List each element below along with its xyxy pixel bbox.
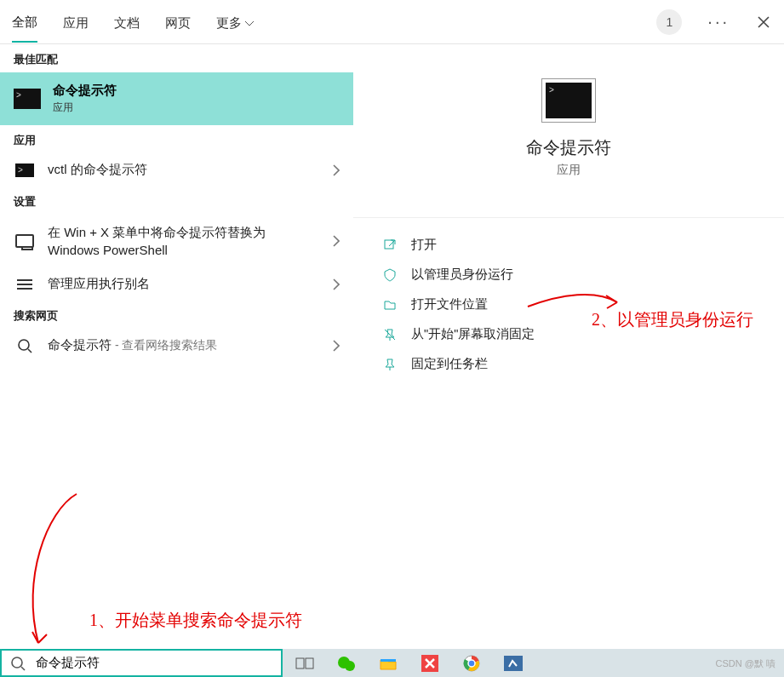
best-match-result[interactable]: 命令提示符 应用 [0, 72, 353, 125]
preview-subtitle: 应用 [557, 163, 581, 178]
setting-winx-powershell[interactable]: 在 Win + X 菜单中将命令提示符替换为 Windows PowerShel… [0, 215, 353, 267]
monitor-icon [15, 234, 34, 248]
taskbar-taskview-icon[interactable] [295, 653, 315, 674]
chevron-right-icon [333, 278, 340, 290]
results-panel: 最佳匹配 命令提示符 应用 应用 vctl 的命令提示符 设置 在 Win + … [0, 44, 353, 649]
cmd-icon [15, 164, 34, 177]
search-box[interactable] [0, 649, 283, 677]
svg-line-1 [28, 349, 31, 353]
taskbar-explorer-icon[interactable] [378, 653, 398, 674]
taskbar-app2-icon[interactable] [503, 653, 524, 674]
svg-rect-13 [504, 656, 523, 671]
taskbar-wechat-icon[interactable] [336, 653, 357, 674]
svg-point-0 [19, 340, 29, 350]
action-label: 以管理员身份运行 [411, 267, 513, 283]
chevron-down-icon [245, 21, 254, 26]
preview-app-icon [541, 78, 596, 123]
setting-label: 管理应用执行别名 [48, 276, 321, 292]
search-input[interactable] [34, 655, 272, 671]
taskbar-app-icon[interactable] [420, 653, 440, 674]
tab-web[interactable]: 网页 [165, 2, 191, 42]
preview-actions: 打开 以管理员身份运行 打开文件位置 从"开始"屏幕取消固定 固定到任务栏 [353, 217, 784, 379]
watermark: CSDN @默 嘖 [716, 657, 775, 670]
unpin-icon [382, 328, 398, 341]
list-icon [17, 279, 32, 290]
best-match-subtitle: 应用 [53, 100, 117, 115]
action-label: 打开文件位置 [411, 296, 488, 313]
action-open[interactable]: 打开 [353, 230, 784, 260]
shield-icon [382, 268, 398, 282]
app-result-vctl-cmd[interactable]: vctl 的命令提示符 [0, 153, 353, 186]
svg-point-12 [468, 660, 475, 667]
chevron-right-icon [333, 164, 340, 176]
section-bestmatch: 最佳匹配 [0, 44, 353, 72]
svg-rect-5 [306, 658, 313, 668]
tab-more[interactable]: 更多 [216, 2, 254, 42]
action-label: 固定到任务栏 [411, 356, 488, 372]
section-apps: 应用 [0, 125, 353, 153]
search-icon [14, 338, 36, 353]
svg-rect-8 [381, 659, 396, 662]
web-result-label: 命令提示符 - 查看网络搜索结果 [48, 337, 321, 353]
tab-apps[interactable]: 应用 [63, 2, 89, 42]
app-result-label: vctl 的命令提示符 [48, 162, 321, 178]
action-label: 从"开始"屏幕取消固定 [411, 326, 535, 342]
pin-icon [382, 358, 398, 371]
open-icon [382, 238, 398, 252]
section-settings: 设置 [0, 186, 353, 215]
svg-rect-2 [385, 240, 393, 249]
more-options-icon[interactable]: ··· [707, 12, 730, 32]
chevron-right-icon [333, 235, 340, 247]
preview-panel: 命令提示符 应用 打开 以管理员身份运行 打开文件位置 从"开始"屏幕取消固定 … [353, 44, 784, 649]
top-tab-bar: 全部 应用 文档 网页 更多 1 ··· [0, 0, 784, 44]
tab-docs[interactable]: 文档 [114, 2, 140, 42]
svg-point-14 [12, 657, 22, 668]
chevron-right-icon [333, 340, 340, 352]
results-counter-badge[interactable]: 1 [656, 9, 682, 35]
action-run-as-admin[interactable]: 以管理员身份运行 [353, 260, 784, 290]
action-label: 打开 [411, 237, 437, 253]
tab-more-label: 更多 [216, 15, 242, 32]
preview-title: 命令提示符 [526, 136, 611, 159]
web-result-cmd[interactable]: 命令提示符 - 查看网络搜索结果 [0, 329, 353, 362]
tab-all[interactable]: 全部 [12, 1, 37, 43]
best-match-title: 命令提示符 [53, 83, 117, 99]
search-icon [10, 656, 26, 671]
action-open-location[interactable]: 打开文件位置 [353, 290, 784, 319]
folder-icon [382, 298, 398, 312]
main-area: 最佳匹配 命令提示符 应用 应用 vctl 的命令提示符 设置 在 Win + … [0, 44, 784, 649]
svg-rect-4 [296, 658, 304, 668]
close-icon[interactable] [755, 14, 772, 31]
taskbar-chrome-icon[interactable] [461, 653, 482, 674]
action-unpin-start[interactable]: 从"开始"屏幕取消固定 [353, 319, 784, 349]
svg-point-7 [345, 661, 355, 671]
cmd-icon [14, 89, 41, 109]
action-pin-taskbar[interactable]: 固定到任务栏 [353, 349, 784, 379]
svg-line-15 [21, 667, 25, 670]
setting-app-alias[interactable]: 管理应用执行别名 [0, 267, 353, 301]
section-websearch: 搜索网页 [0, 301, 353, 329]
setting-label: 在 Win + X 菜单中将命令提示符替换为 Windows PowerShel… [48, 223, 321, 259]
